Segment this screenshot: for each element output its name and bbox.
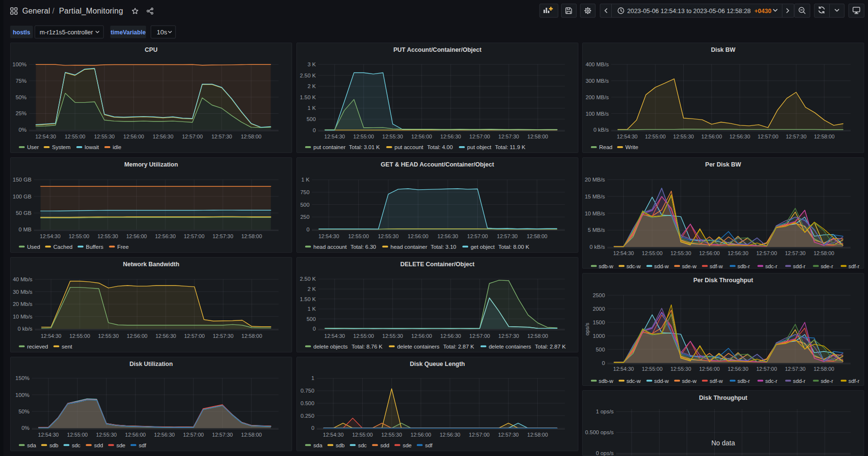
svg-text:10s: 10s xyxy=(157,29,167,36)
svg-text:/: / xyxy=(52,7,55,15)
svg-text:Partial_Monitoring: Partial_Monitoring xyxy=(59,7,123,15)
svg-text:+0430: +0430 xyxy=(754,8,771,15)
svg-text:timeVariable: timeVariable xyxy=(111,29,146,36)
svg-text:2023-05-06 12:54:13 to 2023-05: 2023-05-06 12:54:13 to 2023-05-06 12:58:… xyxy=(627,7,750,15)
svg-text:m-r1z1s5-controller: m-r1z1s5-controller xyxy=(40,29,93,36)
svg-text:hostls: hostls xyxy=(13,29,30,36)
svg-text:General: General xyxy=(22,7,50,15)
